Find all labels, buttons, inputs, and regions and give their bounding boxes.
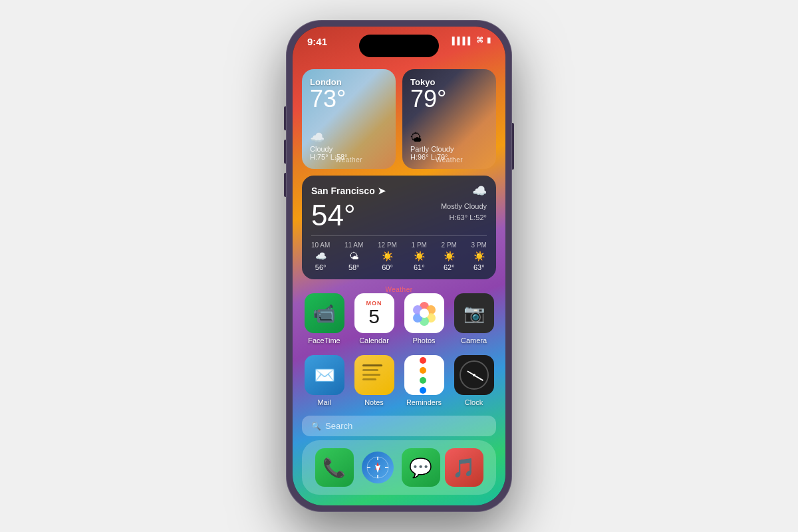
- london-widget[interactable]: London 73° ☁️ Cloudy H:75° L:58° Weather: [302, 69, 396, 169]
- sf-hour-11am: 11 AM 🌤 58°: [344, 241, 363, 271]
- phone-icon: 📞: [323, 457, 346, 479]
- app-grid: 📹 FaceTime MON 5 Calendar: [302, 293, 496, 406]
- sf-hour-10am: 10 AM ☁️ 56°: [311, 241, 330, 271]
- safari-icon: [362, 452, 394, 483]
- battery-icon: ▮: [487, 36, 491, 45]
- sf-widget[interactable]: San Francisco ➤ ☁️ 54° Mostly Cloudy H:6…: [302, 176, 496, 279]
- notes-label: Notes: [364, 398, 384, 406]
- search-icon: 🔍: [311, 422, 321, 431]
- dynamic-island: [359, 35, 439, 57]
- dock: 📞 💬: [302, 440, 496, 495]
- reminders-label: Reminders: [406, 398, 442, 406]
- tokyo-icon: 🌤: [410, 131, 488, 145]
- london-icon: ☁️: [310, 130, 388, 145]
- app-reminders[interactable]: Reminders: [402, 355, 446, 406]
- wifi-icon: ⌘: [476, 36, 483, 45]
- dock-messages[interactable]: 💬: [402, 448, 440, 487]
- app-calendar[interactable]: MON 5 Calendar: [352, 293, 396, 344]
- cal-day-num: 5: [368, 307, 380, 327]
- signal-icon: ▌▌▌▌: [452, 37, 473, 45]
- clock-label: Clock: [465, 398, 483, 406]
- sf-hour-1pm: 1 PM ☀️ 61°: [412, 241, 427, 271]
- london-temp: 73°: [310, 87, 388, 111]
- music-icon: 🎵: [452, 457, 475, 479]
- mail-label: Mail: [317, 398, 331, 406]
- widgets-row-1: London 73° ☁️ Cloudy H:75° L:58° Weather: [302, 69, 496, 169]
- sf-temp: 54°: [311, 201, 356, 230]
- tokyo-widget[interactable]: Tokyo 79° 🌤 Partly Cloudy H:96° L:79° We…: [402, 69, 496, 169]
- photos-label: Photos: [412, 336, 435, 344]
- mail-icon: ✉️: [314, 365, 335, 386]
- sf-hour-3pm: 3 PM ☀️ 63°: [471, 241, 487, 271]
- notes-icon: [360, 360, 385, 387]
- sf-cloud-icon: ☁️: [472, 184, 487, 198]
- london-condition: Cloudy: [310, 145, 388, 153]
- app-camera[interactable]: 📷 Camera: [452, 293, 496, 344]
- sf-hour-12pm: 12 PM ☀️ 60°: [378, 241, 397, 271]
- app-mail[interactable]: ✉️ Mail: [302, 355, 346, 406]
- app-photos[interactable]: Photos: [402, 293, 446, 344]
- app-facetime[interactable]: 📹 FaceTime: [302, 293, 346, 344]
- calendar-label: Calendar: [359, 336, 389, 344]
- tokyo-condition: Partly Cloudy: [410, 145, 488, 153]
- sf-hourly: 10 AM ☁️ 56° 11 AM 🌤 58° 12 PM ☀️ 60°: [311, 235, 487, 271]
- camera-icon: 📷: [464, 303, 485, 324]
- tokyo-label: Weather: [402, 156, 496, 164]
- status-icons: ▌▌▌▌ ⌘ ▮: [452, 36, 491, 45]
- london-label: Weather: [302, 156, 396, 164]
- phone-outer: 9:41 ▌▌▌▌ ⌘ ▮ London 73° ☁️ Clou: [286, 20, 512, 512]
- sf-city: San Francisco ➤: [311, 186, 386, 196]
- camera-label: Camera: [461, 336, 487, 344]
- dock-phone[interactable]: 📞: [315, 448, 354, 487]
- dock-music[interactable]: 🎵: [445, 448, 483, 487]
- photos-icon: [408, 297, 440, 329]
- svg-point-6: [420, 309, 429, 318]
- status-time: 9:41: [307, 36, 327, 47]
- search-bar[interactable]: 🔍 Search: [302, 416, 496, 436]
- screen-content: London 73° ☁️ Cloudy H:75° L:58° Weather: [293, 63, 505, 505]
- messages-icon: 💬: [409, 457, 432, 479]
- sf-widget-label: Weather: [302, 286, 496, 293]
- clock-icon: [460, 360, 489, 390]
- app-notes[interactable]: Notes: [352, 355, 396, 406]
- facetime-label: FaceTime: [308, 336, 340, 344]
- phone-screen: 9:41 ▌▌▌▌ ⌘ ▮ London 73° ☁️ Clou: [293, 27, 505, 505]
- sf-detail: Mostly Cloudy H:63° L:52°: [441, 201, 487, 223]
- sf-hour-2pm: 2 PM ☀️ 62°: [442, 241, 457, 271]
- search-placeholder: Search: [325, 421, 352, 431]
- reminders-icon: [417, 355, 432, 395]
- app-clock[interactable]: Clock: [452, 355, 496, 406]
- tokyo-temp: 79°: [410, 87, 488, 111]
- facetime-icon: 📹: [313, 303, 336, 325]
- dock-safari[interactable]: [358, 448, 397, 487]
